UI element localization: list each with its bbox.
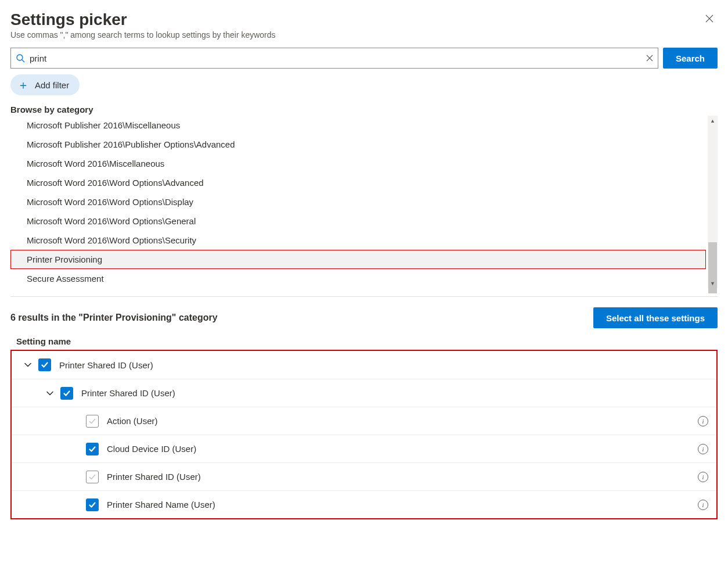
info-icon[interactable]: i xyxy=(698,500,708,510)
setting-row[interactable]: Printer Shared ID (User) xyxy=(12,351,716,379)
column-header-setting-name: Setting name xyxy=(10,333,718,350)
add-filter-button[interactable]: ＋ Add filter xyxy=(10,74,80,95)
checkbox[interactable] xyxy=(86,498,99,511)
scrollbar[interactable]: ▲ ▼ xyxy=(708,116,718,288)
setting-label: Printer Shared Name (User) xyxy=(107,500,698,510)
setting-row[interactable]: Printer Shared Name (User)i xyxy=(12,490,716,518)
settings-tree: Printer Shared ID (User)Printer Shared I… xyxy=(10,350,718,519)
category-item[interactable]: Microsoft Word 2016\Word Options\General xyxy=(10,211,706,231)
setting-label: Action (User) xyxy=(107,416,698,426)
close-button[interactable] xyxy=(701,10,718,30)
checkbox[interactable] xyxy=(86,471,99,483)
setting-label: Cloud Device ID (User) xyxy=(107,444,698,454)
category-list: Microsoft Publisher 2016\MiscellaneousMi… xyxy=(10,116,718,288)
plus-icon: ＋ xyxy=(17,79,29,91)
checkbox[interactable] xyxy=(86,415,99,428)
setting-row[interactable]: Action (User)i xyxy=(12,407,716,435)
browse-by-category-label: Browse by category xyxy=(10,105,718,114)
info-icon[interactable]: i xyxy=(698,444,708,454)
category-item[interactable]: Microsoft Publisher 2016\Publisher Optio… xyxy=(10,135,706,154)
select-all-button[interactable]: Select all these settings xyxy=(593,307,718,328)
scroll-up-icon[interactable]: ▲ xyxy=(708,116,718,125)
category-item[interactable]: Microsoft Word 2016\Word Options\Advance… xyxy=(10,173,706,192)
setting-row[interactable]: Printer Shared ID (User)i xyxy=(12,462,716,490)
checkbox[interactable] xyxy=(86,443,99,455)
setting-label: Printer Shared ID (User) xyxy=(59,360,708,370)
page-subtitle: Use commas "," among search terms to loo… xyxy=(10,30,276,40)
add-filter-label: Add filter xyxy=(35,80,69,90)
category-item[interactable]: Microsoft Word 2016\Word Options\Display xyxy=(10,192,706,211)
category-item[interactable]: Printer Provisioning xyxy=(10,250,706,269)
search-button[interactable]: Search xyxy=(663,48,718,69)
chevron-down-icon[interactable] xyxy=(39,389,60,397)
search-box[interactable] xyxy=(10,48,658,69)
page-title: Settings picker xyxy=(10,10,276,29)
setting-row[interactable]: Cloud Device ID (User)i xyxy=(12,435,716,462)
close-icon xyxy=(705,14,714,23)
close-icon xyxy=(646,55,653,62)
setting-label: Printer Shared ID (User) xyxy=(107,472,698,482)
checkbox[interactable] xyxy=(38,358,51,371)
scroll-down-icon[interactable]: ▼ xyxy=(708,278,718,288)
svg-point-0 xyxy=(17,55,23,60)
info-icon[interactable]: i xyxy=(698,416,708,426)
setting-row[interactable]: Printer Shared ID (User) xyxy=(12,379,716,407)
category-item[interactable]: Microsoft Publisher 2016\Miscellaneous xyxy=(10,116,706,135)
category-item[interactable]: Microsoft Word 2016\Miscellaneous xyxy=(10,154,706,173)
clear-search-button[interactable] xyxy=(646,55,653,62)
search-input[interactable] xyxy=(30,53,641,63)
category-item[interactable]: Secure Assessment xyxy=(10,269,706,288)
category-item[interactable]: Microsoft Word 2016\Word Options\Securit… xyxy=(10,231,706,250)
results-count: 6 results in the "Printer Provisioning" … xyxy=(10,313,218,323)
setting-label: Printer Shared ID (User) xyxy=(81,388,708,398)
chevron-down-icon[interactable] xyxy=(17,361,38,369)
search-icon xyxy=(16,53,25,63)
info-icon[interactable]: i xyxy=(698,472,708,482)
checkbox[interactable] xyxy=(60,387,73,400)
